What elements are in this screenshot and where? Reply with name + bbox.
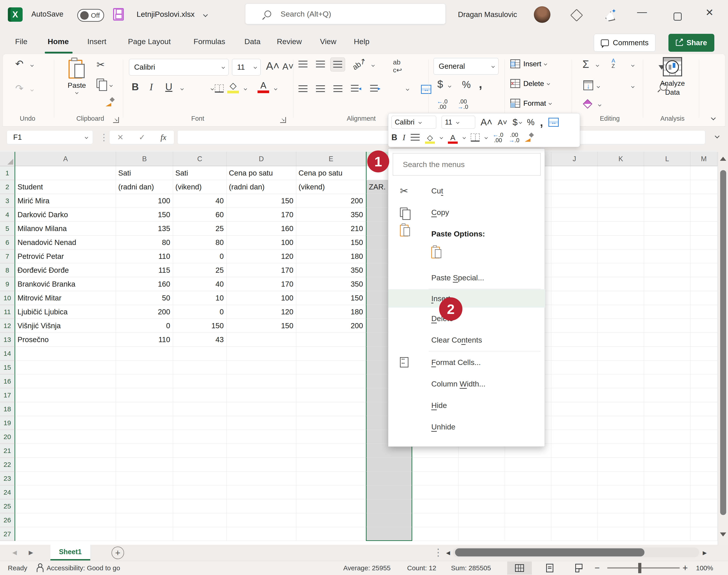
row-header-12[interactable]: 12 [0,319,15,333]
cell-C17[interactable] [173,388,227,402]
mini-fill-color-icon[interactable]: ◇ [425,133,435,142]
cell-D3[interactable]: 150 [227,194,296,208]
mini-shrink-font-icon[interactable]: A˅ [498,118,507,127]
row-header-3[interactable]: 3 [0,194,15,208]
cell-M5[interactable] [690,222,718,236]
row-header-16[interactable]: 16 [0,374,15,388]
cell-E16[interactable] [296,374,366,388]
cell-E7[interactable]: 180 [296,249,366,263]
row-header-17[interactable]: 17 [0,388,15,402]
cell-D21[interactable] [227,444,296,458]
font-name-select[interactable]: Calibri [129,59,229,75]
cell-K18[interactable] [598,402,644,416]
cell-M8[interactable] [690,263,718,277]
mini-decrease-decimal-icon[interactable]: .00→.0 [509,132,520,143]
cell-D20[interactable] [227,430,296,444]
cell-K2[interactable] [598,180,644,194]
grow-font-icon[interactable]: A˄ [266,60,279,72]
menu-item-delete[interactable]: Delete [388,308,545,329]
cell-L19[interactable] [644,416,690,430]
undo-chevron-icon[interactable] [30,64,34,67]
document-title[interactable]: LetnjiPoslovi.xlsx [137,10,195,19]
cell-K10[interactable] [598,291,644,305]
cell-E22[interactable] [296,458,366,472]
cell-A14[interactable] [15,347,116,361]
cell-A9[interactable]: Branković Branka [15,277,116,291]
cell-D2[interactable]: (radni dan) [227,180,296,194]
cell-M19[interactable] [690,416,718,430]
row-header-8[interactable]: 8 [0,263,15,277]
cell-C16[interactable] [173,374,227,388]
cell-C22[interactable] [173,458,227,472]
cell-C5[interactable]: 25 [173,222,227,236]
insert-cells-button[interactable]: Insert [510,59,547,68]
align-middle-icon[interactable] [316,61,325,68]
cell-E1[interactable]: Cena po satu [296,166,366,180]
cell-E27[interactable] [296,527,366,541]
row-header-19[interactable]: 19 [0,416,15,430]
column-header-M[interactable]: M [690,152,718,166]
cell-K22[interactable] [598,458,644,472]
cell-A19[interactable] [15,416,116,430]
sort-filter-chevron-icon[interactable] [631,64,634,67]
underline-chevron-icon[interactable] [180,87,184,90]
cell-M20[interactable] [690,430,718,444]
user-name[interactable]: Dragan Masulovic [458,10,517,19]
cell-C19[interactable] [173,416,227,430]
cell-K24[interactable] [598,485,644,499]
cell-C27[interactable] [173,527,227,541]
cell-E13[interactable] [296,333,366,347]
feedback-icon[interactable] [605,10,615,21]
bold-icon[interactable]: B [132,81,139,93]
cell-E25[interactable] [296,499,366,513]
cell-L25[interactable] [644,499,690,513]
cell-C21[interactable] [173,444,227,458]
menu-item-format-cells[interactable]: Format Cells... [388,351,545,373]
cell-B7[interactable]: 110 [116,249,173,263]
cell-H22[interactable] [459,458,505,472]
cell-E8[interactable]: 350 [296,263,366,277]
cell-M11[interactable] [690,305,718,319]
fill-color-chevron-icon[interactable] [244,87,247,90]
tabbar-resize-handle[interactable]: ⋮ [433,547,443,558]
cell-B8[interactable]: 115 [116,263,173,277]
cell-K12[interactable] [598,319,644,333]
minimize-button[interactable]: — [637,6,647,18]
cell-H24[interactable] [459,485,505,499]
cell-K8[interactable] [598,263,644,277]
cell-D26[interactable] [227,513,296,527]
row-header-5[interactable]: 5 [0,222,15,236]
cell-C7[interactable]: 0 [173,249,227,263]
fill-color-icon[interactable]: ◇ [227,80,239,91]
align-top-icon[interactable] [298,61,307,68]
cell-J12[interactable] [551,319,598,333]
column-header-E[interactable]: E [296,152,366,166]
cell-L5[interactable] [644,222,690,236]
cell-A20[interactable] [15,430,116,444]
mini-increase-decimal-icon[interactable]: ←.0.00 [493,132,503,143]
cell-F24[interactable] [366,485,412,499]
cell-B1[interactable]: Sati [116,166,173,180]
cell-B16[interactable] [116,374,173,388]
paste-swatch-icon[interactable] [431,246,441,258]
cell-D1[interactable]: Cena po satu [227,166,296,180]
cell-E23[interactable] [296,472,366,485]
cell-L22[interactable] [644,458,690,472]
cell-H25[interactable] [459,499,505,513]
page-break-view-button[interactable] [567,562,591,575]
cell-E26[interactable] [296,513,366,527]
comments-button[interactable]: Comments [594,34,656,52]
cell-A1[interactable] [15,166,116,180]
cell-C14[interactable] [173,347,227,361]
cell-K6[interactable] [598,236,644,249]
cell-E3[interactable]: 200 [296,194,366,208]
currency-icon[interactable]: $ [437,78,443,90]
cell-A6[interactable]: Nenadović Nenad [15,236,116,249]
cell-B21[interactable] [116,444,173,458]
cell-A8[interactable]: Đorđević Đorđe [15,263,116,277]
cell-C13[interactable]: 43 [173,333,227,347]
cell-K13[interactable] [598,333,644,347]
cell-J1[interactable] [551,166,598,180]
cell-E17[interactable] [296,388,366,402]
cell-E19[interactable] [296,416,366,430]
